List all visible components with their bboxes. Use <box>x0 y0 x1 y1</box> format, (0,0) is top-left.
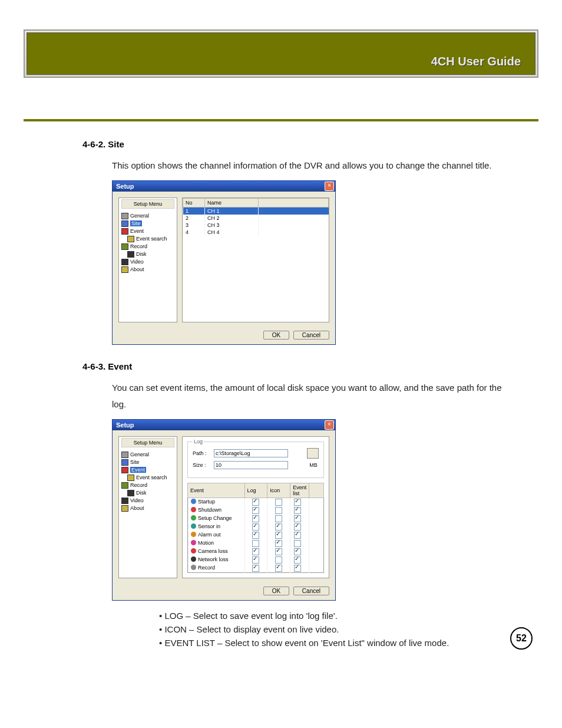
tree-about[interactable]: About <box>121 266 174 274</box>
checkbox[interactable] <box>294 532 301 539</box>
tree-about[interactable]: About <box>121 505 174 512</box>
checkbox[interactable] <box>294 548 301 555</box>
menu-panel: Setup Menu General Site Event Event sear… <box>118 197 177 322</box>
checkbox[interactable] <box>252 507 259 514</box>
titlebar[interactable]: Setup × <box>113 420 335 430</box>
checkbox[interactable] <box>294 507 301 514</box>
checkbox[interactable] <box>275 565 282 572</box>
cancel-button[interactable]: Cancel <box>293 331 329 340</box>
checkbox[interactable] <box>294 499 301 506</box>
site-icon <box>121 459 128 466</box>
menu-panel: Setup Menu General Site Event Event sear… <box>118 436 177 578</box>
tree-event[interactable]: Event <box>121 466 174 474</box>
checkbox[interactable] <box>252 565 259 572</box>
ok-button[interactable]: OK <box>263 587 289 595</box>
channel-table: No Name 1CH 12CH 23CH 34CH 4 <box>183 198 329 236</box>
browse-button[interactable] <box>307 448 319 459</box>
col-icon[interactable]: Icon <box>267 483 290 498</box>
tree-disk[interactable]: Disk <box>121 251 174 258</box>
tree-general[interactable]: General <box>121 212 174 220</box>
checkbox[interactable] <box>275 499 282 506</box>
tree-event-search[interactable]: Event search <box>121 235 174 243</box>
table-row[interactable]: Setup Change <box>188 515 324 523</box>
section-text-site: This option shows the channel informatio… <box>112 157 503 174</box>
ok-button[interactable]: OK <box>263 331 289 340</box>
tree-general[interactable]: General <box>121 451 174 459</box>
table-row[interactable]: 2CH 2 <box>183 215 329 222</box>
tree-event[interactable]: Event <box>121 228 174 235</box>
path-input[interactable] <box>214 449 288 457</box>
checkbox[interactable] <box>294 540 301 547</box>
table-row[interactable]: 1CH 1 <box>183 207 329 215</box>
checkbox[interactable] <box>252 548 259 555</box>
path-label: Path : <box>193 450 210 456</box>
table-row[interactable]: Sensor in <box>188 523 324 531</box>
size-input[interactable] <box>214 461 288 469</box>
close-icon[interactable]: × <box>325 420 334 430</box>
event-search-icon <box>127 236 134 242</box>
general-icon <box>121 452 128 458</box>
checkbox[interactable] <box>252 556 259 564</box>
tree-video[interactable]: Video <box>121 497 174 505</box>
checkbox[interactable] <box>294 523 301 531</box>
table-row[interactable]: Alarm out <box>188 531 324 539</box>
checkbox[interactable] <box>275 507 282 514</box>
bullet-log: • LOG – Select to save event log into 'l… <box>159 609 538 622</box>
dialog-title: Setup <box>116 183 134 190</box>
table-row[interactable]: Startup <box>188 498 324 506</box>
bullet-icon: • ICON – Select to display event on live… <box>159 622 538 636</box>
section-text-event: You can set event items, the amount of l… <box>112 380 503 413</box>
col-list[interactable]: Event list <box>290 483 309 498</box>
record-icon <box>121 243 128 250</box>
col-log[interactable]: Log <box>244 483 267 498</box>
about-icon <box>121 505 128 512</box>
section-head-event: 4-6-3. Event <box>82 361 538 371</box>
table-row[interactable]: Camera loss <box>188 548 324 556</box>
disk-icon <box>127 490 134 496</box>
table-row[interactable]: 4CH 4 <box>183 229 329 236</box>
table-row[interactable]: 3CH 3 <box>183 222 329 229</box>
size-label: Size : <box>193 462 210 468</box>
col-name[interactable]: Name <box>205 198 259 207</box>
page-number: 52 <box>510 627 533 650</box>
titlebar[interactable]: Setup × <box>113 181 335 192</box>
checkbox[interactable] <box>294 556 301 564</box>
tree-disk[interactable]: Disk <box>121 489 174 497</box>
event-icon <box>191 548 196 554</box>
tree-site[interactable]: Site <box>121 459 174 466</box>
table-row[interactable]: Network loss <box>188 556 324 564</box>
tree-video[interactable]: Video <box>121 258 174 266</box>
checkbox[interactable] <box>275 548 282 555</box>
tree-site[interactable]: Site <box>121 220 174 228</box>
tree-record[interactable]: Record <box>121 482 174 489</box>
checkbox[interactable] <box>275 540 282 547</box>
site-icon <box>121 220 128 227</box>
checkbox[interactable] <box>294 565 301 572</box>
disk-icon <box>127 251 134 258</box>
table-row[interactable]: Shutdown <box>188 506 324 515</box>
checkbox[interactable] <box>275 532 282 539</box>
checkbox[interactable] <box>275 556 282 564</box>
checkbox[interactable] <box>252 532 259 539</box>
log-legend: Log <box>193 439 204 444</box>
checkbox[interactable] <box>252 515 259 522</box>
setup-dialog-site: Setup × Setup Menu General Site Event Ev… <box>112 180 336 345</box>
checkbox[interactable] <box>275 523 282 531</box>
tree-event-search[interactable]: Event search <box>121 474 174 482</box>
checkbox[interactable] <box>275 515 282 522</box>
event-icon <box>191 556 196 562</box>
header-frame: 4CH User Guide <box>24 29 538 78</box>
checkbox[interactable] <box>252 499 259 506</box>
checkbox[interactable] <box>294 515 301 522</box>
table-row[interactable]: Record <box>188 564 324 573</box>
event-icon <box>121 228 128 235</box>
close-icon[interactable]: × <box>325 182 334 191</box>
divider <box>24 119 538 121</box>
cancel-button[interactable]: Cancel <box>293 587 329 595</box>
table-row[interactable]: Motion <box>188 539 324 548</box>
checkbox[interactable] <box>252 540 259 547</box>
col-event[interactable]: Event <box>188 483 245 498</box>
col-no[interactable]: No <box>183 198 205 207</box>
checkbox[interactable] <box>252 523 259 531</box>
tree-record[interactable]: Record <box>121 243 174 251</box>
